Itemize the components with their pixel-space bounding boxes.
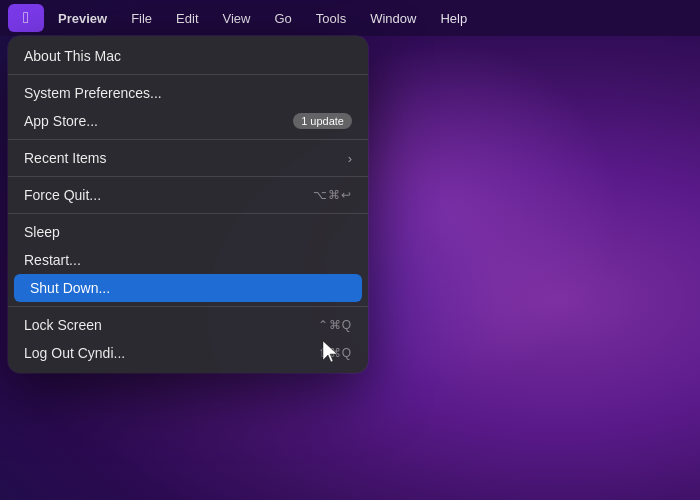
menubar-item-file[interactable]: File (121, 7, 162, 30)
separator-5 (8, 306, 368, 307)
menu-item-log-out[interactable]: Log Out Cyndi... ⇧⌘Q (8, 339, 368, 367)
force-quit-shortcut: ⌥⌘↩ (313, 188, 352, 202)
menu-item-restart[interactable]: Restart... (8, 246, 368, 274)
menubar-item-help[interactable]: Help (430, 7, 477, 30)
menubar-item-window[interactable]: Window (360, 7, 426, 30)
menubar-item-tools[interactable]: Tools (306, 7, 356, 30)
lock-screen-shortcut: ⌃⌘Q (318, 318, 352, 332)
menubar:  Preview File Edit View Go Tools Window… (0, 0, 700, 36)
menu-item-about[interactable]: About This Mac (8, 42, 368, 70)
menu-item-app-store[interactable]: App Store... 1 update (8, 107, 368, 135)
separator-2 (8, 139, 368, 140)
separator-4 (8, 213, 368, 214)
apple-icon:  (23, 10, 29, 26)
separator-1 (8, 74, 368, 75)
chevron-right-icon: › (348, 151, 352, 166)
menu-item-recent-items[interactable]: Recent Items › (8, 144, 368, 172)
menubar-item-go[interactable]: Go (264, 7, 301, 30)
menu-item-sleep[interactable]: Sleep (8, 218, 368, 246)
menu-item-shut-down[interactable]: Shut Down... (14, 274, 362, 302)
menu-item-lock-screen[interactable]: Lock Screen ⌃⌘Q (8, 311, 368, 339)
menubar-item-view[interactable]: View (213, 7, 261, 30)
separator-3 (8, 176, 368, 177)
menu-item-force-quit[interactable]: Force Quit... ⌥⌘↩ (8, 181, 368, 209)
menu-item-system-prefs[interactable]: System Preferences... (8, 79, 368, 107)
apple-dropdown-menu: About This Mac System Preferences... App… (8, 36, 368, 373)
menubar-item-edit[interactable]: Edit (166, 7, 208, 30)
cursor (320, 340, 340, 364)
app-store-badge: 1 update (293, 113, 352, 129)
menubar-item-preview[interactable]: Preview (48, 7, 117, 30)
apple-menu-button[interactable]:  (8, 4, 44, 32)
